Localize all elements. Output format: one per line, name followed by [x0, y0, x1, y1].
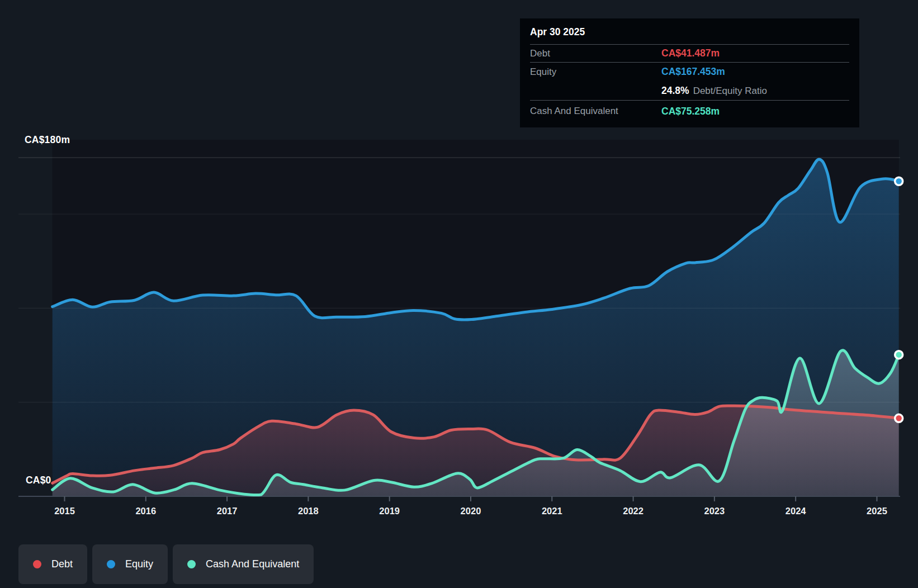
- legend-debt-label: Debt: [51, 558, 73, 570]
- tooltip-debt-row: Debt CA$41.487m: [530, 45, 849, 63]
- tooltip-debt-value: CA$41.487m: [661, 48, 720, 59]
- x-tick-label-2017: 2017: [217, 506, 238, 516]
- cash-and-equivalent-endpoint-marker: [895, 351, 903, 359]
- tooltip-debt-label: Debt: [530, 48, 661, 59]
- x-tick-label-2019: 2019: [379, 506, 400, 516]
- debt-endpoint-marker: [895, 414, 903, 422]
- tooltip-cash-label: Cash And Equivalent: [530, 106, 661, 117]
- x-tick-label-2022: 2022: [623, 506, 643, 516]
- legend-equity-label: Equity: [125, 558, 153, 570]
- cash-dot-icon: [187, 560, 196, 568]
- x-tick-label-2016: 2016: [135, 506, 156, 516]
- equity-dot-icon: [107, 560, 115, 568]
- legend-item-cash[interactable]: Cash And Equivalent: [173, 544, 314, 584]
- tooltip-ratio-value: 24.8%: [661, 85, 689, 96]
- legend-cash-label: Cash And Equivalent: [206, 558, 299, 570]
- legend-item-debt[interactable]: Debt: [18, 544, 87, 584]
- y-axis-max-label: CA$180m: [25, 134, 70, 146]
- chart-tooltip: Apr 30 2025 Debt CA$41.487m Equity CA$16…: [520, 18, 859, 127]
- chart-page: 2015201620172018201920202021202220232024…: [0, 0, 918, 588]
- chart-legend: Debt Equity Cash And Equivalent: [18, 544, 314, 584]
- tooltip-equity-row: Equity CA$167.453m: [530, 63, 849, 81]
- x-tick-label-2018: 2018: [298, 506, 319, 516]
- debt-dot-icon: [33, 560, 41, 568]
- y-axis-zero-label: CA$0: [26, 475, 51, 486]
- x-tick-label-2025: 2025: [867, 506, 887, 516]
- x-tick-label-2023: 2023: [704, 506, 725, 516]
- tooltip-ratio-label: Debt/Equity Ratio: [693, 86, 767, 96]
- tooltip-cash-value: CA$75.258m: [661, 106, 720, 117]
- x-tick-label-2015: 2015: [54, 506, 75, 516]
- x-tick-label-2020: 2020: [461, 506, 481, 516]
- tooltip-equity-label: Equity: [530, 67, 661, 78]
- x-tick-label-2021: 2021: [542, 506, 562, 516]
- legend-item-equity[interactable]: Equity: [92, 544, 168, 584]
- x-tick-label-2024: 2024: [785, 506, 807, 516]
- tooltip-equity-value: CA$167.453m: [661, 66, 725, 78]
- tooltip-date: Apr 30 2025: [530, 18, 849, 45]
- tooltip-cash-row: Cash And Equivalent CA$75.258m: [530, 101, 849, 122]
- equity-endpoint-marker: [895, 177, 903, 185]
- tooltip-ratio-row: 24.8%Debt/Equity Ratio: [530, 81, 849, 101]
